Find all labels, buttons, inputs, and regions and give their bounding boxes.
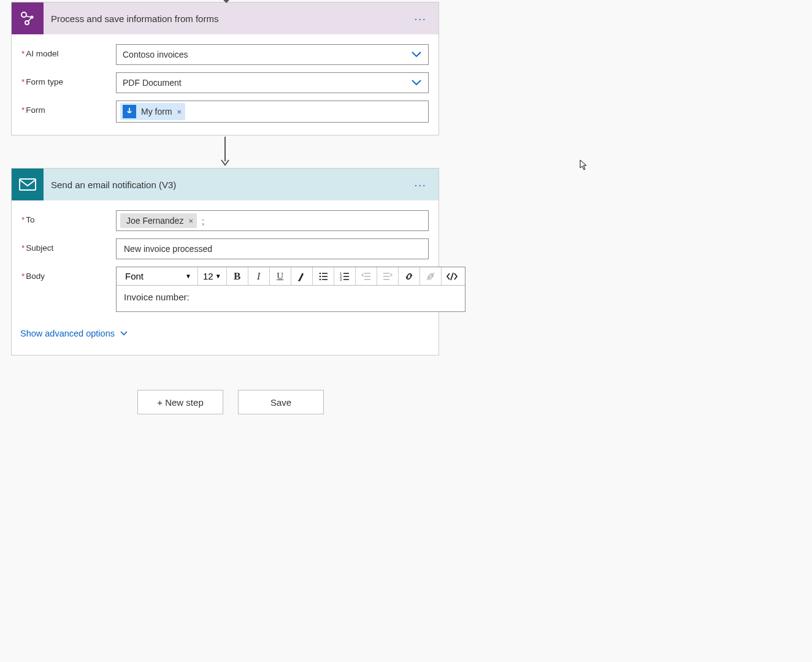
caret-down-icon: ▼ <box>215 273 221 280</box>
field-label-to: *To <box>21 210 116 224</box>
svg-point-9 <box>319 272 321 274</box>
subject-value: New invoice processed <box>124 244 212 254</box>
font-color-button[interactable] <box>294 268 310 284</box>
numbered-list-button[interactable]: 123 <box>337 268 353 284</box>
svg-point-5 <box>129 108 130 109</box>
font-size-select[interactable]: 12 ▼ <box>201 271 224 281</box>
card-title: Send an email notification (V3) <box>44 180 412 190</box>
show-advanced-options-link[interactable]: Show advanced options <box>20 329 128 338</box>
subject-input[interactable]: New invoice processed <box>116 238 429 259</box>
field-label-form-type: *Form type <box>21 72 116 86</box>
svg-line-3 <box>26 16 31 17</box>
svg-point-0 <box>21 12 26 17</box>
chevron-down-icon <box>411 51 422 58</box>
italic-button[interactable]: I <box>251 268 267 284</box>
field-label-body: *Body <box>21 267 116 281</box>
svg-rect-26 <box>383 279 389 280</box>
new-step-button[interactable]: + New step <box>137 390 223 414</box>
field-label-subject: *Subject <box>21 238 116 253</box>
svg-rect-21 <box>364 273 370 274</box>
indent-button <box>380 268 396 284</box>
save-button[interactable]: Save <box>238 390 324 414</box>
card-menu-button[interactable]: ··· <box>412 12 429 26</box>
ai-connector-icon <box>12 2 44 34</box>
svg-point-11 <box>319 275 321 277</box>
form-token-label: My form <box>141 107 172 116</box>
svg-rect-18 <box>343 276 349 277</box>
svg-rect-10 <box>322 273 327 274</box>
font-family-select[interactable]: Font ▼ <box>121 271 195 281</box>
cursor-icon <box>580 159 588 170</box>
unlink-button <box>423 268 439 284</box>
caret-down-icon: ▼ <box>185 273 191 280</box>
svg-rect-23 <box>364 279 370 280</box>
svg-rect-14 <box>322 279 327 280</box>
step-card-email: Send an email notification (V3) ··· *To … <box>11 168 439 356</box>
svg-point-13 <box>319 278 321 280</box>
recipient-token[interactable]: Joe Fernandez × <box>120 213 197 228</box>
outdent-button <box>358 268 374 284</box>
underline-button[interactable]: U <box>272 268 288 284</box>
svg-rect-16 <box>343 273 349 274</box>
chevron-down-icon <box>411 79 422 86</box>
svg-line-4 <box>28 18 31 22</box>
token-remove-button[interactable]: × <box>188 216 193 226</box>
bold-button[interactable]: B <box>229 268 245 284</box>
svg-rect-8 <box>298 280 300 281</box>
bullet-list-button[interactable] <box>315 268 331 284</box>
ai-model-select[interactable]: Contoso invoices <box>116 44 429 65</box>
chevron-down-icon <box>120 330 128 337</box>
to-input[interactable]: Joe Fernandez × ; <box>116 210 429 231</box>
card-title: Process and save information from forms <box>44 13 412 24</box>
editor-toolbar: Font ▼ 12 ▼ B I <box>117 267 465 286</box>
recipient-token-label: Joe Fernandez <box>126 216 183 226</box>
code-view-button[interactable] <box>444 268 460 284</box>
card-header: Process and save information from forms … <box>12 2 439 34</box>
ai-model-value: Contoso invoices <box>123 50 188 59</box>
body-editor-content[interactable]: Invoice number: <box>117 286 465 311</box>
svg-rect-25 <box>383 276 389 277</box>
touch-icon <box>123 105 136 118</box>
form-type-value: PDF Document <box>123 78 182 88</box>
mail-connector-icon <box>12 169 44 200</box>
form-input[interactable]: My form × <box>116 101 429 123</box>
token-remove-button[interactable]: × <box>177 107 182 116</box>
card-menu-button[interactable]: ··· <box>412 178 429 192</box>
field-label-ai-model: *AI model <box>21 44 116 58</box>
body-editor: Font ▼ 12 ▼ B I <box>116 267 465 312</box>
flow-connector <box>11 135 439 166</box>
svg-rect-22 <box>364 276 370 277</box>
svg-rect-7 <box>20 179 36 190</box>
link-button[interactable] <box>401 268 417 284</box>
svg-rect-20 <box>343 279 349 280</box>
form-token[interactable]: My form × <box>120 103 185 120</box>
card-header: Send an email notification (V3) ··· <box>12 169 439 200</box>
svg-rect-12 <box>322 276 327 277</box>
step-card-ai-forms: Process and save information from forms … <box>11 2 439 135</box>
recipient-separator: ; <box>199 216 204 226</box>
form-type-select[interactable]: PDF Document <box>116 72 429 93</box>
svg-rect-24 <box>383 273 389 274</box>
field-label-form: *Form <box>21 101 116 115</box>
svg-text:3: 3 <box>340 278 342 281</box>
